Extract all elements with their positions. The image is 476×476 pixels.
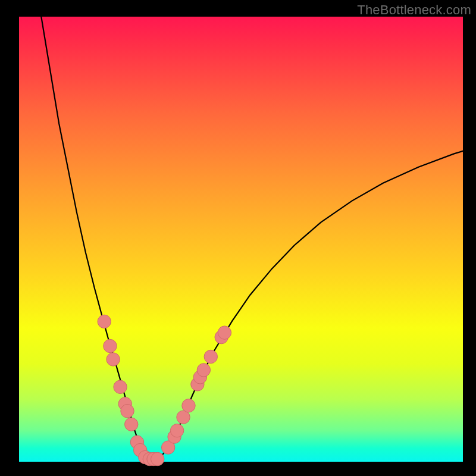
marker-dot [114, 380, 127, 393]
plot-area [19, 17, 463, 462]
chart-frame: TheBottleneck.com [0, 0, 476, 476]
marker-dot [98, 315, 111, 328]
marker-dot [104, 339, 117, 352]
marker-dot [218, 326, 231, 339]
marker-dot [151, 452, 164, 465]
marker-dot [204, 350, 217, 363]
marker-dot [182, 399, 195, 412]
plot-svg [19, 17, 463, 462]
marker-dot [170, 424, 183, 437]
bottleneck-curve [41, 17, 463, 459]
watermark-text: TheBottleneck.com [357, 2, 471, 18]
marker-group [98, 315, 231, 466]
marker-dot [121, 405, 134, 418]
marker-dot [197, 364, 210, 377]
marker-dot [125, 418, 138, 431]
marker-dot [107, 353, 120, 366]
